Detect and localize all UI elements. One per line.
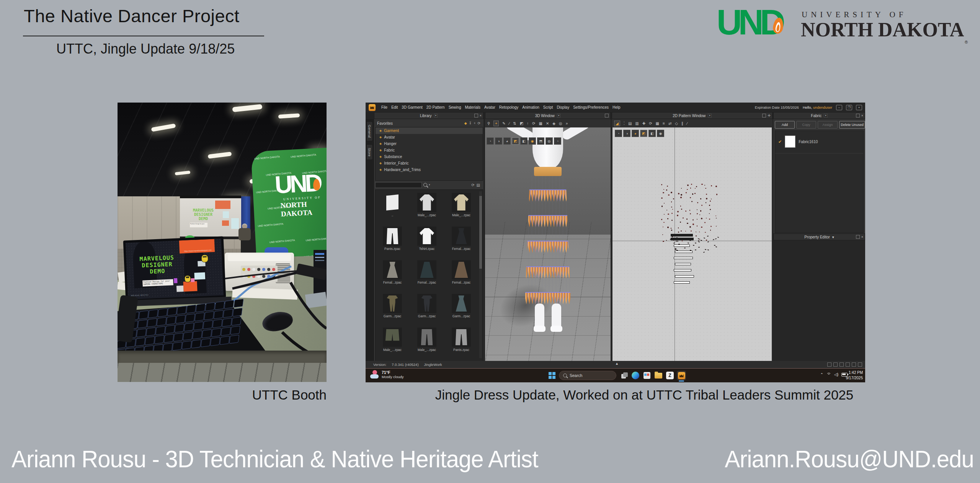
filter-caret-icon[interactable]: ▾ [429,183,430,186]
library-item[interactable]: Femal...zpac [378,260,407,284]
tool-icon[interactable]: ≡ [663,121,665,126]
library-scrollbar[interactable] [479,191,482,358]
display-toggle-icon[interactable]: ◍ [546,137,553,145]
library-item[interactable]: Femal...zpac [447,260,476,284]
assign-button[interactable]: Assign [818,121,838,129]
display-toggle-icon[interactable]: ⬒ [537,137,544,145]
add-icon[interactable]: + [474,121,475,125]
library-item[interactable]: Garm...zpac [378,294,407,318]
2d-pattern-window-header[interactable]: 2D Pattern Window▾ ✛ [612,112,773,119]
copy-button[interactable]: Copy [796,121,816,129]
tool-icon[interactable]: ∥ [681,121,683,126]
display-toggle-icon[interactable]: ◔ [554,137,561,145]
pin-icon[interactable]: ✛ [768,114,771,117]
library-item[interactable]: Femal...zpac [412,260,441,284]
display-toggle-icon[interactable]: ◧ [648,130,656,137]
display-toggle-icon[interactable]: ◔ [487,137,494,145]
marvelous-designer-taskbar-icon[interactable] [677,371,686,380]
collapse-arrow-icon[interactable]: ▲ [615,362,619,366]
library-item[interactable]: Male_...zpac [447,193,476,217]
favorite-hardware_and_trims[interactable]: ◈Hardware_and_Trims [376,166,483,173]
menu-sewing[interactable]: Sewing [447,105,463,109]
popout-icon[interactable] [856,114,860,117]
clo-app-icon[interactable]: Z [665,371,675,380]
close-icon[interactable]: × [480,114,482,117]
tool-icon[interactable]: ⇅ [513,121,516,126]
tool-icon[interactable]: ✎ [502,121,505,126]
menu-3d-garment[interactable]: 3D Garment [400,105,424,109]
menu-retopology[interactable]: Retopology [497,105,521,109]
task-view-button[interactable] [619,371,629,380]
menu-edit[interactable]: Edit [389,105,400,109]
start-button[interactable] [549,372,555,379]
favorite-hanger[interactable]: ◈Hanger [376,140,483,147]
popout-icon[interactable] [762,114,766,117]
tray-chevron-icon[interactable]: ⌃ [820,372,823,377]
tool-icon[interactable]: ⟳ [649,121,652,126]
library-search-input[interactable] [375,182,422,188]
tool-icon[interactable]: ∕ [509,121,510,126]
view-mode-icon[interactable] [827,362,831,367]
tool-icon[interactable]: ⁚ [624,121,625,126]
favorite-icon[interactable]: ◆ [464,121,467,125]
menu-help[interactable]: Help [611,105,622,109]
property-editor-header[interactable]: Property Editor▾ × [773,233,865,240]
tab-general[interactable]: General [366,121,373,141]
tool-icon[interactable]: ▦ [656,121,659,126]
tool-icon[interactable]: ✕ [546,121,549,126]
tool-icon[interactable]: ⇄ [668,121,671,126]
library-item[interactable]: Tshirt.zpac [412,227,441,251]
3d-window-header[interactable]: 3D Window▾ [485,112,611,119]
favorite-substance[interactable]: ◈Substance [376,153,483,160]
display-toggle-icon[interactable]: ◉ [657,130,664,137]
display-toggle-icon[interactable]: ◔ [615,130,622,137]
tool-icon[interactable]: ⚲ [487,121,490,126]
library-item[interactable]: Garm...zpac [447,294,476,318]
tool-icon[interactable]: ◢ [614,121,620,126]
menu-display[interactable]: Display [555,105,571,109]
library-item[interactable]: Femal...zpac [447,227,476,251]
display-toggle-icon[interactable]: ◉ [529,137,536,145]
popout-icon[interactable] [856,235,860,239]
menu-file[interactable]: File [379,105,389,109]
md-app-icon[interactable] [369,104,376,111]
weather-widget[interactable]: 71°F Mostly cloudy [370,370,404,379]
edge-browser-icon[interactable] [631,371,640,380]
view-mode-icon[interactable] [858,362,862,367]
menu-animation[interactable]: Animation [520,105,541,109]
close-button[interactable]: × [856,105,862,110]
tool-icon[interactable]: ◎ [559,121,562,126]
tool-icon[interactable]: ◈ [552,121,555,126]
view-mode-icon[interactable] [833,362,838,367]
close-icon[interactable]: × [861,114,863,117]
display-toggle-icon[interactable]: ◕ [632,130,639,137]
library-item[interactable]: Male_...zpac [378,328,407,352]
microsoft-store-icon[interactable] [642,371,652,380]
tool-icon[interactable]: ▦ [539,121,542,126]
popout-icon[interactable] [474,114,478,117]
tool-icon[interactable]: ◩ [520,121,523,126]
download-icon[interactable]: ↧ [469,121,472,125]
taskbar-search[interactable]: Search [559,371,616,380]
delete-unused-button[interactable]: Delete Unused [839,121,865,129]
favorite-avatar[interactable]: ◈Avatar [376,134,483,140]
tool-icon[interactable]: + [493,121,499,126]
library-item[interactable]: Pants.zpac [378,227,407,251]
display-toggle-icon[interactable]: ◕ [503,137,511,145]
minimize-button[interactable]: – [836,105,842,110]
tool-icon[interactable]: ↑ [527,121,529,126]
library-panel-header[interactable]: Library▾ × [374,112,483,119]
library-item[interactable]: Pants.zpac [447,328,476,352]
menu-settings-preferences[interactable]: Settings/Preferences [571,105,611,109]
close-icon[interactable]: × [861,235,863,239]
2d-pattern-canvas[interactable]: ◔◑◕◩◧◉ [612,127,772,362]
display-toggle-icon[interactable]: ◩ [640,130,647,137]
3d-viewport[interactable]: ◔◑◕◩◧◉⬒◍◔ [485,127,611,362]
tool-icon[interactable]: ⟳ [532,121,535,126]
tool-icon[interactable]: ▥ [635,121,639,126]
refresh-icon[interactable]: ⟳ [471,183,474,187]
menu-avatar[interactable]: Avatar [482,105,497,109]
library-item[interactable]: Garm...zpac [412,294,441,318]
tool-icon[interactable]: ✚ [642,121,645,126]
favorite-fabric[interactable]: ◈Fabric [376,147,483,153]
